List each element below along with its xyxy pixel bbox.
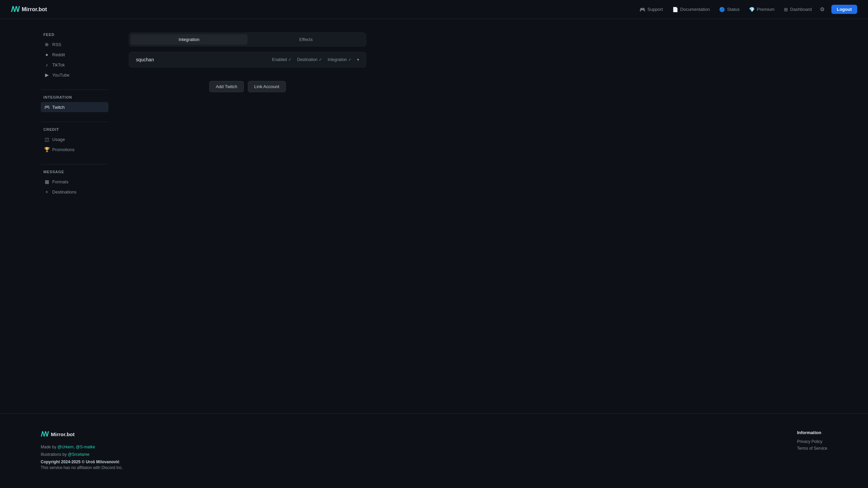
sidebar-item-youtube[interactable]: ▶ YouTube [41,70,108,80]
sidebar-section-integration-title: Integration [41,95,108,99]
dashboard-button[interactable]: ⊞ Dashboard [780,5,816,14]
enabled-check-icon: ✓ [288,57,292,62]
sidebar-section-message: Message ▦ Formats + Destinations [41,170,108,197]
documentation-button[interactable]: 📄 Documentation [668,5,714,14]
footer-right: Information Privacy Policy Terms of Serv… [797,430,827,453]
sidebar-item-tiktok[interactable]: ♪ TikTok [41,60,108,70]
premium-icon: 💎 [749,7,755,12]
sidebar-item-promotions[interactable]: 🏆 Promotions [41,144,108,155]
settings-button[interactable]: ⚙ [817,4,827,15]
gear-icon: ⚙ [820,6,825,12]
promotions-icon: 🏆 [44,147,50,152]
add-twitch-button[interactable]: Add Twitch [209,81,243,92]
sidebar-item-destinations[interactable]: + Destinations [41,187,108,197]
sidebar-item-rss[interactable]: ⊕ RSS [41,39,108,49]
tiktok-icon: ♪ [44,62,50,67]
logo[interactable]: ꟿ Mirror.bot [11,5,47,14]
sidebar-section-integration: Integration 🎮 Twitch [41,95,108,112]
dashboard-icon: ⊞ [784,7,788,12]
tab-integration[interactable]: Integration [131,34,248,45]
sidebar-section-credit-title: Credit [41,127,108,131]
sidebar-section-message-title: Message [41,170,108,174]
sidebar-section-feed-title: Feed [41,33,108,37]
destination-label: Destination [297,57,317,62]
footer-inner: ꟿ Mirror.bot Made by @Urkem, @S-matke Il… [41,430,827,472]
usage-icon: ◫ [44,137,50,142]
twitch-icon: 🎮 [44,104,50,110]
tabs: Integration Effects [129,33,366,46]
header: ꟿ Mirror.bot 🎮 Support 📄 Documentation 🔵… [0,0,868,19]
youtube-icon: ▶ [44,72,50,78]
footer-tos-link[interactable]: Terms of Service [797,446,827,451]
header-nav: 🎮 Support 📄 Documentation 🔵 Status 💎 Pre… [635,4,857,15]
footer-illustrations: Illustrations by @Srcetame [41,451,123,459]
status-integration: Integration ✓ [328,57,352,62]
logo-text: Mirror.bot [22,6,47,13]
footer-logo: ꟿ Mirror.bot [41,430,123,438]
documentation-icon: 📄 [672,7,678,12]
footer-author-2-link[interactable]: @S-matke [76,445,95,449]
sidebar-item-usage[interactable]: ◫ Usage [41,134,108,144]
sidebar-section-feed: Feed ⊕ RSS ● Reddit ♪ TikTok ▶ YouTube [41,33,108,80]
integration-name: squchan [136,57,154,62]
logout-button[interactable]: Logout [831,5,857,14]
formats-icon: ▦ [44,179,50,184]
footer-info-title: Information [797,430,827,435]
status-enabled: Enabled ✓ [272,57,292,62]
actions-area: Add Twitch Link Account [129,81,366,92]
footer-made-by: Made by @Urkem, @S-matke [41,444,123,451]
integration-label: Integration [328,57,347,62]
rss-icon: ⊕ [44,42,50,47]
sidebar-item-twitch[interactable]: 🎮 Twitch [41,102,108,112]
sidebar-divider-3 [41,164,108,164]
footer-logo-icon: ꟿ [41,430,48,438]
content-area: Integration Effects squchan Enabled ✓ De… [129,33,366,400]
footer: ꟿ Mirror.bot Made by @Urkem, @S-matke Il… [0,413,868,488]
reddit-icon: ● [44,52,50,57]
integration-check-icon: ✓ [348,57,352,62]
destination-check-icon: ✓ [319,57,322,62]
sidebar-divider-1 [41,89,108,90]
footer-privacy-link[interactable]: Privacy Policy [797,439,827,444]
main-content: Feed ⊕ RSS ● Reddit ♪ TikTok ▶ YouTube I… [0,19,868,413]
sidebar: Feed ⊕ RSS ● Reddit ♪ TikTok ▶ YouTube I… [41,33,108,400]
logo-icon: ꟿ [11,5,19,14]
footer-disclaimer: This service has no affiliaton with Disc… [41,464,123,472]
sidebar-section-credit: Credit ◫ Usage 🏆 Promotions [41,127,108,155]
integration-status: Enabled ✓ Destination ✓ Integration ✓ ▾ [272,57,359,62]
footer-left: ꟿ Mirror.bot Made by @Urkem, @S-matke Il… [41,430,123,472]
sidebar-item-reddit[interactable]: ● Reddit [41,49,108,60]
premium-button[interactable]: 💎 Premium [745,5,778,14]
support-icon: 🎮 [639,7,645,12]
sidebar-divider-2 [41,122,108,122]
sidebar-item-formats[interactable]: ▦ Formats [41,177,108,187]
footer-author-1-link[interactable]: @Urkem [57,445,74,449]
link-account-button[interactable]: Link Account [248,81,286,92]
footer-illustrator-link[interactable]: @Srcetame [68,452,90,457]
status-destination: Destination ✓ [297,57,322,62]
footer-copyright: Copyright 2024-2025 © Uroš Milovanović [41,460,123,464]
enabled-label: Enabled [272,57,287,62]
status-icon: 🔵 [719,7,725,12]
tab-effects[interactable]: Effects [248,34,364,45]
support-button[interactable]: 🎮 Support [635,5,667,14]
destinations-icon: + [44,189,50,195]
chevron-down-icon: ▾ [357,57,359,62]
status-button[interactable]: 🔵 Status [715,5,744,14]
integration-item-squchan[interactable]: squchan Enabled ✓ Destination ✓ Integrat… [129,52,366,67]
footer-logo-text: Mirror.bot [51,431,75,437]
